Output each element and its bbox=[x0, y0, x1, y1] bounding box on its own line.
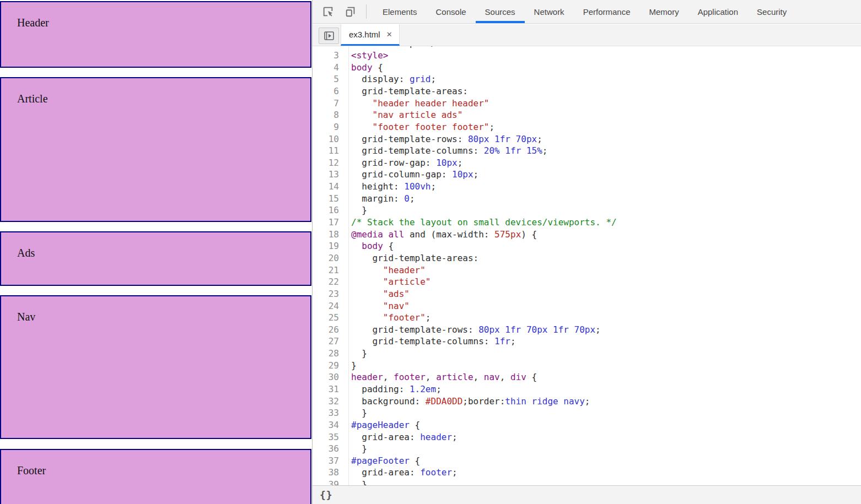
code-line-7: 7 "header header header" bbox=[313, 97, 861, 110]
line-number[interactable]: 22 bbox=[313, 276, 345, 288]
line-number[interactable]: 8 bbox=[313, 109, 345, 121]
line-number[interactable]: 17 bbox=[313, 216, 345, 229]
line-number[interactable]: 34 bbox=[313, 419, 345, 431]
tab-performance[interactable]: Performance bbox=[574, 0, 640, 23]
code-line-25: 25 "footer"; bbox=[313, 312, 861, 324]
line-source: grid-template-columns: 1fr; bbox=[345, 335, 516, 348]
line-source: grid-template-rows: 80px 1fr 70px 1fr 70… bbox=[345, 324, 601, 336]
code-line-24: 24 "nav" bbox=[313, 300, 861, 312]
code-line-10: 10 grid-template-rows: 80px 1fr 70px; bbox=[313, 133, 861, 145]
line-source: grid-template-columns: 20% 1fr 15%; bbox=[345, 145, 547, 157]
line-number[interactable]: 32 bbox=[313, 395, 345, 408]
tab-console[interactable]: Console bbox=[427, 0, 476, 23]
tab-elements[interactable]: Elements bbox=[373, 0, 427, 23]
line-number[interactable]: 3 bbox=[313, 50, 345, 62]
line-number[interactable]: 7 bbox=[313, 97, 345, 110]
close-tab-icon[interactable]: ✕ bbox=[386, 31, 392, 38]
line-source: grid-template-areas: bbox=[345, 85, 468, 97]
preview-block-header: Header bbox=[0, 1, 311, 68]
line-source: } bbox=[345, 360, 357, 372]
line-number[interactable]: 29 bbox=[313, 360, 345, 372]
code-line-31: 31 padding: 1.2em; bbox=[313, 383, 861, 395]
preview-block-ads: Ads bbox=[0, 231, 311, 286]
code-lines: 2<title>Example</title>3<style>4body {5 … bbox=[313, 46, 861, 485]
line-source: grid-template-rows: 80px 1fr 70px; bbox=[345, 133, 542, 145]
line-source: grid-column-gap: 10px; bbox=[345, 169, 478, 181]
line-number[interactable]: 4 bbox=[313, 62, 345, 74]
line-number[interactable]: 5 bbox=[313, 73, 345, 85]
preview-block-label: Nav bbox=[17, 311, 35, 323]
line-source: "footer"; bbox=[345, 312, 431, 324]
line-number[interactable]: 31 bbox=[313, 383, 345, 395]
line-source: @media all and (max-width: 575px) { bbox=[345, 229, 537, 241]
devtools-toolbar: ElementsConsoleSourcesNetworkPerformance… bbox=[313, 0, 861, 24]
preview-block-article: Article bbox=[0, 77, 311, 222]
line-number[interactable]: 13 bbox=[313, 169, 345, 181]
source-code-editor[interactable]: 2<title>Example</title>3<style>4body {5 … bbox=[313, 46, 861, 485]
code-line-4: 4body { bbox=[313, 62, 861, 74]
line-number[interactable]: 6 bbox=[313, 85, 345, 97]
line-source: padding: 1.2em; bbox=[345, 383, 442, 395]
code-line-19: 19 body { bbox=[313, 240, 861, 252]
line-number[interactable]: 27 bbox=[313, 335, 345, 348]
code-line-22: 22 "article" bbox=[313, 276, 861, 288]
sources-file-tabbar: ex3.html ✕ bbox=[313, 24, 861, 46]
line-number[interactable]: 35 bbox=[313, 431, 345, 443]
line-number[interactable]: 21 bbox=[313, 264, 345, 277]
preview-block-footer: Footer bbox=[0, 449, 311, 504]
inspect-element-icon[interactable] bbox=[322, 6, 334, 18]
line-source: <style> bbox=[345, 50, 388, 62]
line-number[interactable]: 10 bbox=[313, 133, 345, 145]
editor-status-bar: {} bbox=[313, 485, 861, 504]
line-number[interactable]: 12 bbox=[313, 157, 345, 169]
line-source: #pageHeader { bbox=[345, 419, 420, 431]
code-line-20: 20 grid-template-areas: bbox=[313, 252, 861, 264]
line-number[interactable]: 26 bbox=[313, 324, 345, 336]
line-number[interactable]: 23 bbox=[313, 288, 345, 300]
line-number[interactable]: 24 bbox=[313, 300, 345, 312]
code-line-14: 14 height: 100vh; bbox=[313, 181, 861, 193]
line-source: display: grid; bbox=[345, 73, 436, 85]
line-number[interactable]: 25 bbox=[313, 312, 345, 324]
line-number[interactable]: 20 bbox=[313, 252, 345, 264]
line-number[interactable]: 28 bbox=[313, 348, 345, 360]
line-source: "footer footer footer"; bbox=[345, 121, 494, 133]
file-tab-ex3-html[interactable]: ex3.html ✕ bbox=[341, 24, 400, 46]
line-number[interactable]: 36 bbox=[313, 443, 345, 455]
line-source: "ads" bbox=[345, 288, 410, 300]
tab-security[interactable]: Security bbox=[747, 0, 796, 23]
line-source: /* Stack the layout on small devices/vie… bbox=[345, 216, 617, 229]
pretty-print-button[interactable]: {} bbox=[320, 489, 333, 501]
code-line-8: 8 "nav article ads" bbox=[313, 109, 861, 121]
code-line-32: 32 background: #DDA0DD;border:thin ridge… bbox=[313, 395, 861, 408]
line-number[interactable]: 39 bbox=[313, 479, 345, 485]
code-line-21: 21 "header" bbox=[313, 264, 861, 277]
tab-network[interactable]: Network bbox=[525, 0, 574, 23]
line-source: header, footer, article, nav, div { bbox=[345, 371, 537, 383]
line-number[interactable]: 14 bbox=[313, 181, 345, 193]
line-number[interactable]: 19 bbox=[313, 240, 345, 252]
tab-memory[interactable]: Memory bbox=[640, 0, 688, 23]
code-line-38: 38 grid-area: footer; bbox=[313, 467, 861, 479]
navigator-toggle-button[interactable] bbox=[319, 28, 339, 44]
devtools-tabs: ElementsConsoleSourcesNetworkPerformance… bbox=[373, 0, 796, 23]
line-number[interactable]: 37 bbox=[313, 455, 345, 467]
code-line-15: 15 margin: 0; bbox=[313, 193, 861, 205]
code-line-34: 34#pageHeader { bbox=[313, 419, 861, 431]
tab-application[interactable]: Application bbox=[688, 0, 747, 23]
line-number[interactable]: 30 bbox=[313, 371, 345, 383]
line-number[interactable]: 18 bbox=[313, 229, 345, 241]
line-number[interactable]: 11 bbox=[313, 145, 345, 157]
line-number[interactable]: 16 bbox=[313, 204, 345, 216]
line-source: grid-template-areas: bbox=[345, 252, 478, 264]
code-line-9: 9 "footer footer footer"; bbox=[313, 121, 861, 133]
line-source: "header header header" bbox=[345, 97, 489, 110]
line-number[interactable]: 15 bbox=[313, 193, 345, 205]
line-number[interactable]: 9 bbox=[313, 121, 345, 133]
device-toolbar-icon[interactable] bbox=[345, 6, 357, 18]
tab-sources[interactable]: Sources bbox=[476, 0, 525, 23]
code-line-16: 16 } bbox=[313, 204, 861, 216]
line-number[interactable]: 33 bbox=[313, 407, 345, 419]
line-number[interactable]: 38 bbox=[313, 467, 345, 479]
code-line-26: 26 grid-template-rows: 80px 1fr 70px 1fr… bbox=[313, 324, 861, 336]
